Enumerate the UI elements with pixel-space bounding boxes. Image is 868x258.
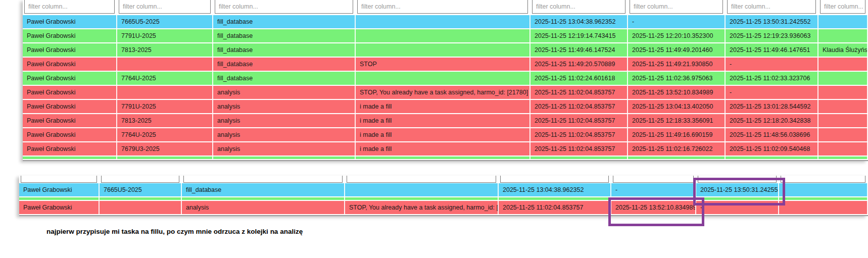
- cell-timestamp-2[interactable]: 2025-11-25 11:49:16.690159: [628, 128, 726, 141]
- cell-timestamp-2[interactable]: 2025-11-25 12:18:33.356091: [628, 114, 726, 127]
- cell-timestamp-1[interactable]: 2025-11-25 13:04:38.962352: [531, 15, 628, 28]
- cell-second-user[interactable]: [818, 100, 868, 113]
- cell-second-user[interactable]: [818, 29, 868, 42]
- filter-column-input[interactable]: [727, 0, 816, 14]
- cell-user-name[interactable]: Paweł Grabowski: [23, 128, 117, 141]
- cell-message[interactable]: i made a fill: [356, 128, 531, 141]
- cell-timestamp-2[interactable]: -: [611, 183, 696, 196]
- cell-timestamp-2[interactable]: 2025-11-25 11:49:49.201460: [628, 43, 726, 57]
- cell-timestamp-1[interactable]: 2025-11-25 11:02:04.853757: [499, 201, 611, 214]
- cell-task-type[interactable]: fill_database: [213, 15, 356, 28]
- cell-timestamp-1[interactable]: 2025-11-25 11:49:46.147524: [531, 43, 628, 57]
- cell-message[interactable]: STOP: [356, 58, 531, 71]
- filter-column-input[interactable]: [21, 176, 97, 183]
- cell-task-id[interactable]: 7665U5-2025: [100, 183, 182, 196]
- cell-message[interactable]: [356, 157, 531, 159]
- cell-timestamp-3[interactable]: -: [726, 86, 818, 99]
- cell-message[interactable]: [356, 29, 531, 42]
- cell-task-type[interactable]: analysis: [182, 201, 345, 214]
- cell-second-user[interactable]: [818, 72, 868, 85]
- filter-column-input[interactable]: [215, 0, 353, 14]
- filter-column-input[interactable]: [119, 0, 211, 14]
- cell-timestamp-3[interactable]: 2025-11-25 11:02:09.540468: [726, 142, 818, 156]
- cell-timestamp-1[interactable]: [531, 157, 628, 159]
- cell-task-id[interactable]: 7791U-2025: [117, 29, 213, 42]
- cell-task-type[interactable]: fill_database: [213, 43, 356, 57]
- filter-column-input[interactable]: [781, 176, 865, 183]
- cell-timestamp-3[interactable]: [696, 197, 779, 200]
- cell-task-type[interactable]: analysis: [213, 86, 356, 99]
- table-row[interactable]: [23, 157, 868, 160]
- cell-second-user[interactable]: [818, 157, 868, 159]
- cell-timestamp-2[interactable]: 2025-11-25 13:04:13.402050: [628, 100, 726, 113]
- cell-task-type[interactable]: analysis: [213, 114, 356, 127]
- cell-second-user[interactable]: [818, 86, 868, 99]
- cell-user-name[interactable]: Paweł Grabowski: [23, 15, 117, 28]
- table-row[interactable]: Paweł Grabowski 7665U5-2025 fill_databas…: [23, 15, 868, 29]
- table-row[interactable]: [19, 197, 868, 201]
- cell-timestamp-3[interactable]: 2025-11-25 12:18:20.342838: [726, 114, 818, 127]
- cell-task-id[interactable]: 7764U-2025: [117, 128, 213, 141]
- cell-timestamp-2[interactable]: 2025-11-25 13:52:10.834989: [628, 86, 726, 99]
- cell-user-name[interactable]: Paweł Grabowski: [23, 100, 117, 113]
- cell-timestamp-3[interactable]: 2025-11-25 11:02:33.323706: [726, 72, 818, 85]
- table-row[interactable]: Paweł Grabowski fill_database STOP 2025-…: [23, 58, 868, 72]
- cell-task-id[interactable]: [117, 86, 213, 99]
- cell-timestamp-3[interactable]: 2025-11-25 13:50:31.242552: [696, 183, 779, 196]
- cell-user-name[interactable]: Paweł Grabowski: [19, 201, 100, 214]
- cell-timestamp-3[interactable]: 2025-11-25 11:48:56.038696: [726, 128, 818, 141]
- cell-timestamp-3[interactable]: -: [696, 201, 779, 214]
- cell-second-user[interactable]: [779, 183, 868, 196]
- cell-timestamp-2[interactable]: 2025-11-25 13:52:10.834989: [611, 201, 696, 214]
- cell-user-name[interactable]: Paweł Grabowski: [23, 72, 117, 85]
- table-row[interactable]: Paweł Grabowski 7679U3-2025 analysis i m…: [23, 142, 868, 157]
- cell-message[interactable]: [345, 183, 499, 196]
- cell-task-type[interactable]: analysis: [213, 142, 356, 156]
- table-row[interactable]: Paweł Grabowski 7791U-2025 analysis i ma…: [23, 100, 868, 114]
- cell-timestamp-1[interactable]: 2025-11-25 11:02:04.853757: [531, 100, 628, 113]
- cell-task-id[interactable]: [100, 201, 182, 214]
- cell-timestamp-3[interactable]: 2025-11-25 12:19:23.936063: [726, 29, 818, 42]
- cell-timestamp-2[interactable]: 2025-11-25 11:49:21.930850: [628, 58, 726, 71]
- cell-user-name[interactable]: [19, 197, 100, 200]
- filter-column-input[interactable]: [613, 176, 694, 183]
- cell-timestamp-2[interactable]: [628, 157, 726, 159]
- cell-task-type[interactable]: fill_database: [213, 58, 356, 71]
- table-row[interactable]: Paweł Grabowski 7813-2025 analysis i mad…: [23, 114, 868, 128]
- cell-task-type[interactable]: [182, 197, 345, 200]
- filter-column-input[interactable]: [101, 176, 179, 183]
- cell-timestamp-3[interactable]: -: [726, 58, 818, 71]
- table-row[interactable]: Paweł Grabowski 7764U-2025 analysis i ma…: [23, 128, 868, 142]
- cell-timestamp-2[interactable]: 2025-11-25 11:02:36.975063: [628, 72, 726, 85]
- cell-timestamp-1[interactable]: 2025-11-25 11:02:04.853757: [531, 114, 628, 127]
- table-row[interactable]: Paweł Grabowski 7791U-2025 fill_database…: [23, 29, 868, 43]
- cell-timestamp-2[interactable]: 2025-11-25 11:02:16.726022: [628, 142, 726, 156]
- cell-timestamp-1[interactable]: 2025-11-25 11:02:04.853757: [531, 142, 628, 156]
- cell-task-id[interactable]: 7813-2025: [117, 114, 213, 127]
- cell-user-name[interactable]: Paweł Grabowski: [23, 58, 117, 71]
- cell-task-id[interactable]: [100, 197, 182, 200]
- cell-user-name[interactable]: Paweł Grabowski: [23, 29, 117, 42]
- table-row[interactable]: Paweł Grabowski 7813-2025 fill_database …: [23, 43, 868, 58]
- cell-timestamp-3[interactable]: 2025-11-25 13:01:28.544592: [726, 100, 818, 113]
- cell-timestamp-1[interactable]: 2025-11-25 11:02:04.853757: [531, 86, 628, 99]
- cell-second-user[interactable]: Klaudia Ślużyńska: [818, 43, 868, 57]
- cell-task-type[interactable]: fill_database: [213, 72, 356, 85]
- cell-task-type[interactable]: fill_database: [182, 183, 345, 196]
- cell-timestamp-3[interactable]: [726, 157, 818, 159]
- cell-message[interactable]: i made a fill: [356, 142, 531, 156]
- cell-timestamp-2[interactable]: [611, 197, 696, 200]
- table-row[interactable]: Paweł Grabowski 7764U-2025 fill_database…: [23, 72, 868, 86]
- cell-user-name[interactable]: Paweł Grabowski: [23, 86, 117, 99]
- cell-message[interactable]: [345, 197, 499, 200]
- cell-user-name[interactable]: Paweł Grabowski: [19, 183, 100, 196]
- cell-message[interactable]: [356, 43, 531, 57]
- cell-timestamp-1[interactable]: 2025-11-25 13:04:38.962352: [499, 183, 611, 196]
- cell-message[interactable]: [356, 15, 531, 28]
- cell-task-id[interactable]: 7665U5-2025: [117, 15, 213, 28]
- cell-message[interactable]: i made a fill: [356, 114, 531, 127]
- table-row[interactable]: Paweł Grabowski 7665U5-2025 fill_databas…: [19, 183, 868, 197]
- cell-user-name[interactable]: Paweł Grabowski: [23, 43, 117, 57]
- cell-task-type[interactable]: analysis: [213, 128, 356, 141]
- filter-column-input[interactable]: [24, 0, 115, 14]
